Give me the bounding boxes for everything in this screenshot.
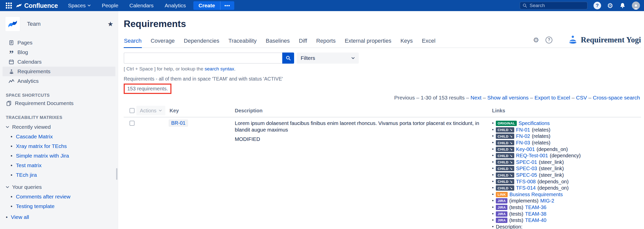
requirement-link[interactable]: FN-01 (516, 127, 530, 133)
requirements-count: 153 requirements. (127, 86, 168, 91)
tab-keys[interactable]: Keys (400, 38, 413, 47)
sidebar-item-pages[interactable]: Pages (3, 38, 115, 47)
requirement-link[interactable]: Specifications (519, 120, 550, 126)
help-icon[interactable]: ? (594, 2, 601, 9)
create-button[interactable]: Create (193, 1, 220, 10)
pagination-link-show-all-versions[interactable]: Show all versions (487, 95, 528, 100)
app-switcher-icon[interactable] (6, 2, 12, 9)
create-more-button[interactable]: ••• (220, 1, 234, 10)
chevron-down-icon (6, 186, 9, 188)
requirement-link[interactable]: REQ-Test-001 (516, 153, 548, 159)
topbar-nav-analytics[interactable]: Analytics (165, 3, 186, 9)
tab-dependencies[interactable]: Dependencies (184, 38, 220, 47)
requirement-link[interactable]: Key-001 (516, 146, 535, 152)
tab-coverage[interactable]: Coverage (150, 38, 175, 47)
help-circle-icon[interactable]: ? (546, 37, 552, 43)
space-logo[interactable] (5, 17, 20, 31)
matrix-link-tech-jira[interactable]: TEch jira (16, 172, 37, 178)
requirement-status: MODIFIED (235, 136, 483, 142)
list-item: •Cascade Matrix (0, 132, 118, 141)
top-navigation-bar: Confluence SpacesPeopleCalendarsAnalytic… (0, 0, 644, 11)
pagination-link-cross-space-search[interactable]: Cross-space search (593, 95, 640, 100)
link-item: •ORIGINALSpecifications (492, 120, 641, 127)
requirement-link[interactable]: TEAM-40 (525, 217, 546, 223)
tab-search[interactable]: Search (124, 38, 142, 48)
select-all-checkbox[interactable] (130, 108, 135, 113)
bullet: • (11, 153, 12, 159)
requirement-link[interactable]: SPEC-03 (516, 166, 537, 171)
requirement-link[interactable]: Business Requirements (509, 192, 563, 197)
page-title: Requirements (124, 19, 641, 29)
matrix-link-test-matrix[interactable]: Test matrix (16, 162, 42, 168)
search-help-text: [ Ctrl + Space ] for help, or lookup the… (124, 66, 641, 72)
actions-button[interactable]: Actions (136, 106, 165, 115)
global-search[interactable] (520, 2, 587, 9)
confluence-logo[interactable]: Confluence (16, 2, 58, 9)
view-all-link[interactable]: View all (11, 214, 29, 220)
query-link-comments-after-review[interactable]: Comments after review (16, 194, 70, 200)
topbar-nav-people[interactable]: People (102, 3, 118, 9)
requirement-link[interactable]: SPEC-01 (516, 159, 537, 165)
sidebar-item-blog[interactable]: ”Blog (3, 47, 115, 57)
requirement-key-link[interactable]: BR-01 (169, 119, 188, 127)
gear-icon[interactable]: ⚙ (607, 2, 613, 9)
matrix-link-cascade-matrix[interactable]: Cascade Matrix (16, 134, 53, 140)
tabs: SearchCoverageDependenciesTraceabilityBa… (124, 38, 436, 47)
bullet: • (11, 163, 12, 168)
pagination-link-next[interactable]: Next (471, 95, 481, 100)
requirement-link[interactable]: FN-02 (516, 133, 530, 139)
row-checkbox[interactable] (130, 121, 135, 126)
requirement-link[interactable]: SPEC-05 (516, 172, 537, 178)
tab-baselines[interactable]: Baselines (265, 38, 290, 47)
search-button[interactable] (282, 53, 294, 64)
sidebar-item-calendars[interactable]: Calendars (3, 57, 115, 67)
badge-jira: JIRA (496, 198, 507, 203)
tab-excel[interactable]: Excel (422, 38, 436, 47)
sidebar-item-label: Analytics (17, 78, 39, 84)
sidebar-item-requirements[interactable]: Requirements (3, 67, 115, 76)
topbar-nav-spaces[interactable]: Spaces (68, 3, 91, 9)
tab-traceability[interactable]: Traceability (228, 38, 257, 47)
search-syntax-link[interactable]: search syntax (205, 66, 234, 71)
avatar[interactable] (632, 2, 640, 10)
link-relation: (tests) (509, 211, 523, 217)
link-relation: (relates) (532, 140, 550, 146)
requirement-link[interactable]: MIG-2 (540, 198, 554, 204)
recently-viewed-toggle[interactable]: Recently viewed (0, 122, 118, 132)
chevron-down-icon (159, 110, 162, 112)
sidebar-scrollbar[interactable] (116, 168, 117, 180)
tab-reports[interactable]: Reports (316, 38, 336, 47)
requirements-search-input[interactable] (124, 53, 282, 64)
query-link-testing-template[interactable]: Testing template (16, 203, 55, 209)
documents-icon (6, 100, 12, 106)
matrix-link-xray-matrix-for-techs[interactable]: Xray matrix for TEchs (16, 143, 67, 149)
star-icon[interactable]: ★ (108, 21, 113, 27)
topbar-nav-calendars[interactable]: Calendars (130, 3, 154, 9)
requirement-link[interactable]: TFS-014 (516, 185, 536, 191)
your-queries-toggle[interactable]: Your queries (0, 182, 118, 192)
global-search-input[interactable] (529, 3, 585, 9)
bullet: • (11, 143, 12, 149)
requirement-link[interactable]: TEAM-36 (525, 205, 546, 210)
requirements-count-annotation: 153 requirements. (124, 84, 171, 94)
bullet: • (492, 160, 494, 165)
tabs-row: SearchCoverageDependenciesTraceabilityBa… (124, 35, 641, 48)
tab-external-properties[interactable]: External properties (345, 38, 392, 47)
pagination-link-csv[interactable]: CSV (576, 95, 587, 100)
bell-icon[interactable] (619, 2, 626, 9)
tab-diff[interactable]: Diff (299, 38, 307, 47)
matrix-link-simple-matrix-with-jira[interactable]: Simple matrix with Jira (16, 153, 69, 159)
requirement-link[interactable]: FN-03 (516, 140, 530, 146)
sidebar-item-analytics[interactable]: Analytics (3, 76, 115, 86)
requirement-link[interactable]: TEAM-38 (525, 211, 546, 217)
separator: – (570, 95, 576, 100)
requirements-table: Actions Key Description Links BR-01 Lore… (124, 104, 641, 229)
requirement-link[interactable]: TFS-008 (516, 179, 536, 185)
results-count: 1-30 of 153 results (421, 95, 465, 100)
pagination-link-export-to-excel[interactable]: Export to Excel (534, 95, 570, 100)
badge-child-: CHILD ↘ (496, 147, 514, 152)
filters-dropdown[interactable]: Filters (297, 53, 359, 64)
blog-icon: ” (8, 50, 14, 54)
settings-gear-icon[interactable]: ⚙ (533, 37, 539, 43)
sidebar-item-requirement-documents[interactable]: Requirement Documents (0, 98, 118, 108)
